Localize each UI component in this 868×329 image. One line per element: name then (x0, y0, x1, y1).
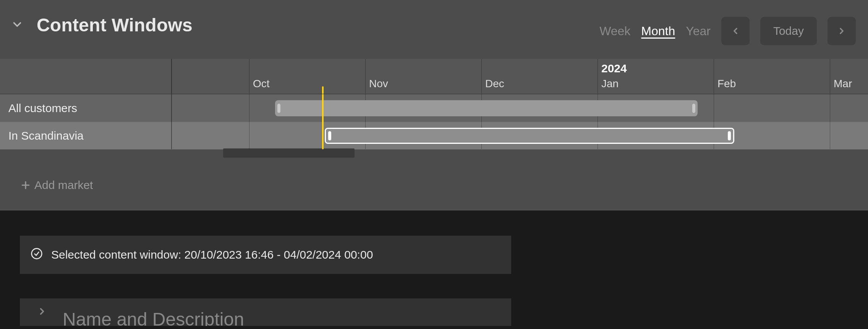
page-title: Content Windows (37, 15, 193, 36)
scale-tab-week[interactable]: Week (599, 24, 630, 38)
scale-tab-year[interactable]: Year (686, 24, 711, 38)
add-market-label: Add market (34, 179, 93, 192)
timeline-scrollbar[interactable] (0, 149, 868, 160)
selected-window-banner: Selected content window: 20/10/2023 16:4… (20, 236, 511, 274)
today-marker (322, 94, 324, 149)
month-label: Dec (485, 78, 504, 90)
month-label: Mar (834, 78, 852, 90)
scale-tab-month[interactable]: Month (641, 24, 675, 38)
svg-point-2 (32, 248, 42, 259)
month-label: Oct (253, 78, 270, 90)
chevron-right-icon (37, 306, 47, 318)
header-controls: Week Month Year Today (599, 17, 856, 45)
timeline-row-label[interactable]: In Scandinavia (0, 129, 171, 142)
month-label: Feb (717, 78, 736, 90)
next-period-button[interactable] (828, 17, 856, 45)
timeline-row: In Scandinavia (0, 122, 868, 149)
timeline-header: OctNovDecJanFebMar2024 (0, 59, 868, 94)
month-label: Jan (601, 78, 619, 90)
timeline-rows: All customersIn Scandinavia (0, 94, 868, 149)
prev-period-button[interactable] (721, 17, 750, 45)
bar-resize-handle-right[interactable] (692, 104, 695, 113)
bar-resize-handle-left[interactable] (277, 104, 280, 113)
timeline-row: All customers (0, 94, 868, 122)
content-window-bar-selected[interactable] (325, 128, 734, 144)
timeline-scroll-thumb[interactable] (223, 148, 355, 158)
section-title: Name and Description (63, 309, 244, 326)
timeline-row-label[interactable]: All customers (0, 102, 171, 115)
content-window-bar[interactable] (275, 100, 698, 116)
add-market-button[interactable]: Add market (0, 160, 868, 210)
timeline: OctNovDecJanFebMar2024 All customersIn S… (0, 59, 868, 210)
collapse-section-button[interactable] (11, 18, 24, 33)
bar-resize-handle-right[interactable] (728, 131, 731, 140)
month-label: Nov (369, 78, 388, 90)
today-button[interactable]: Today (760, 17, 817, 45)
selected-window-text: Selected content window: 20/10/2023 16:4… (51, 248, 373, 261)
checkmark-circle-icon (31, 248, 43, 262)
year-label: 2024 (601, 62, 627, 75)
name-and-description-section[interactable]: Name and Description (20, 298, 511, 326)
bar-resize-handle-left[interactable] (328, 131, 331, 140)
